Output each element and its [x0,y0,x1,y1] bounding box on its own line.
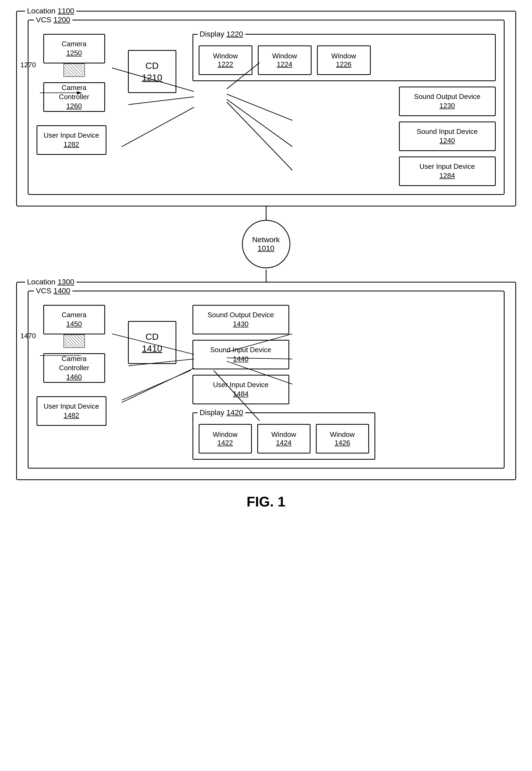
vcs2-display: Display 1420 Window1422 Window1424 [192,412,375,460]
figure-label: FIG. 1 [247,494,285,510]
network-area: Network 1010 [16,206,516,282]
vcs1-display: Display 1220 Window1222 Window1224 [192,34,496,81]
location2-box: Location 1300 VCS 1400 1470 Camera1450 [16,282,516,480]
vcs2-user-input-left: User Input Device1482 [37,396,106,426]
vcs1-hatch [63,63,85,77]
vcs2-window2: Window1424 [257,424,310,454]
location1-box: Location 1100 VCS 1200 1270 Camera1250 [16,11,516,206]
network-node: Network 1010 [242,220,290,268]
vcs1-window1: Window1222 [199,45,252,75]
vcs2-window3: Window1426 [316,424,369,454]
vcs1-arrow-label: 1270 [20,61,36,69]
vcs2-sound-input: Sound Input Device1440 [192,340,289,369]
vcs2-sound-output: Sound Output Device1430 [192,305,289,334]
location2-label: Location 1300 [25,278,77,286]
vcs1-camera-controller: CameraController1260 [43,82,105,112]
vcs1-window2: Window1224 [258,45,312,75]
vcs1-cd: CD1210 [128,50,176,93]
vcs1-sound-input: Sound Input Device1240 [399,122,496,151]
vcs1-box: VCS 1200 1270 Camera1250 [28,20,505,195]
vcs2-box: VCS 1400 1470 Camera1450 CameraCon [28,291,505,469]
vcs1-window3: Window1226 [317,45,371,75]
vcs2-hatch [63,334,85,348]
vcs2-window1: Window1422 [199,424,252,454]
vcs1-label: VCS 1200 [34,16,73,24]
vcs1-user-input-right: User Input Device1284 [399,156,496,186]
vcs2-label: VCS 1400 [34,287,73,295]
vcs2-arrow-label: 1470 [20,332,36,340]
vcs2-user-input-right: User Input Device1484 [192,375,289,404]
vcs1-display-label: Display 1220 [198,30,245,38]
vcs1-camera: Camera1250 [43,34,105,63]
vcs2-camera: Camera1450 [43,305,105,334]
vcs2-display-label: Display 1420 [198,408,245,417]
location1-label: Location 1100 [25,7,77,15]
vcs1-sound-output: Sound Output Device1230 [399,87,496,116]
page-container: Location 1100 VCS 1200 1270 Camera1250 [16,11,516,510]
vcs2-camera-controller: CameraController1460 [43,353,105,383]
vcs2-cd: CD1410 [128,321,176,364]
vcs1-user-input-left: User Input Device1282 [37,125,106,155]
